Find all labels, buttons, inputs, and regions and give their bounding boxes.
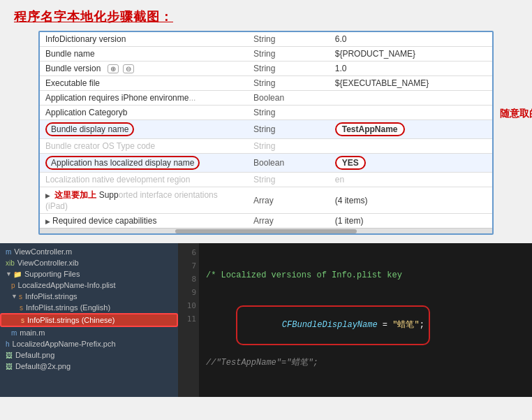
cell-key: Localization native development region [40,173,248,187]
line-num: 8 [178,273,199,286]
cell-key-localized: Application has localized display name [40,154,248,173]
cell-type: String [248,47,330,61]
cell-type: Array [248,187,330,214]
collapse-btn[interactable]: ⊖ [123,64,134,73]
file-tree-item-main-m[interactable]: m main.m [0,327,178,338]
file-tree-item-strings-chinese[interactable]: s InfoPlist.strings (Chinese) [0,313,178,327]
file-tree-item-infoplist-strings[interactable]: ▼ s InfoPlist.strings [0,291,178,302]
cell-key: Executable file [40,76,248,91]
yes-value: YES [335,156,366,170]
cell-value: ${PRODUCT_NAME} [330,47,492,61]
cell-value: 1.0 [330,61,492,76]
folder-expand-icon: ▼ [11,293,17,300]
cell-value: 6.0 [330,32,492,47]
table-row: InfoDictionary version String 6.0 [40,32,492,47]
file-icon-xib: xib [6,259,15,267]
scrollbar-thumb[interactable] [175,229,356,233]
cell-value: en [330,173,492,187]
file-icon-strings: s [19,293,22,300]
cell-value [330,139,492,154]
table-row-supported: 这里要加上 Supported interface orientations (… [40,187,492,214]
plist-section: InfoDictionary version String 6.0 Bundle… [38,31,494,235]
file-tree-item-strings-english[interactable]: s InfoPlist.strings (English) [0,302,178,313]
cell-key: Bundle name [40,47,248,61]
file-tree-item-supporting-files[interactable]: ▼ 📁 Supporting Files [0,268,178,280]
code-cfbundle-value: "蜡笔" [392,320,419,330]
file-tree-item-viewcontroller-m[interactable]: m ViewController.m [0,246,178,257]
cell-type: String [248,139,330,154]
expand-btn[interactable]: ⊕ [108,64,119,73]
file-label: Supporting Files [24,270,80,278]
cell-type: String [248,76,330,91]
cell-value [330,106,492,120]
cell-type: String [248,61,330,76]
file-label: main.m [20,328,45,337]
code-cfbundle-line: CFBundleDisplayName = "蜡笔"; [206,294,525,357]
annotation-add: 这里要加上 [54,190,96,200]
table-row: Bundle version ⊕ ⊖ String 1.0 [40,61,492,76]
file-icon-main: m [11,329,17,337]
file-label: ViewController.xib [17,259,79,267]
line-num: 6 [178,246,199,259]
cell-value [330,91,492,106]
cell-type: String [248,32,330,47]
cell-type: Boolean [248,154,330,173]
cell-value: ${EXECUTABLE_NAME} [330,76,492,91]
cell-key: Application Categoryb [40,106,248,120]
file-icon-plist: p [11,282,15,289]
annotation-random-name: 随意取的名字 [500,108,532,120]
line-num: 9 [178,286,199,299]
file-label: LocalizedAppName-Info.plist [18,281,116,289]
code-cfbundle-key: CFBundleDisplayName [282,320,378,330]
cell-key: Required device capabilities [40,214,248,229]
page-title: 程序名字本地化步骤截图： [14,10,173,24]
code-line [206,282,525,294]
file-icon-strings-en: s [20,304,23,312]
scrollbar[interactable] [40,228,492,233]
line-num: 7 [178,259,199,273]
bottom-section: m ViewController.m xib ViewController.xi… [0,243,532,397]
file-label: InfoPlist.strings (Chinese) [27,316,114,324]
cell-key-bundle-display: Bundle display name [40,120,248,139]
file-label: LocalizedAppName-Prefix.pch [13,340,116,348]
file-label: InfoPlist.strings [25,292,77,300]
cell-type: String [248,106,330,120]
cfbundle-oval: CFBundleDisplayName = "蜡笔"; [236,305,430,345]
code-semi: ; [420,320,424,330]
code-line [206,246,525,258]
file-icon-png2x: 🖼 [6,363,13,370]
table-row-bundle-display[interactable]: Bundle display name String TestAppName [40,120,492,139]
file-tree-item-prefix-pch[interactable]: h LocalizedAppName-Prefix.pch [0,338,178,349]
file-icon-m: m [6,248,11,256]
file-tree-item-default-png[interactable]: 🖼 Default.png [0,349,178,361]
cell-value: (4 items) [330,187,492,214]
title-area: 程序名字本地化步骤截图： [0,0,532,31]
code-comment-line: /* Localized versions of Info.plist key [206,270,525,282]
cell-key-supported: 这里要加上 Supported interface orientations (… [40,187,248,214]
table-row: Bundle name String ${PRODUCT_NAME} [40,47,492,61]
table-row: Localization native development region S… [40,173,492,187]
folder-expand-icon: ▼ [6,270,12,277]
cell-type: Boolean [248,91,330,106]
file-label: Default.png [15,351,54,359]
file-tree-item-viewcontroller-xib[interactable]: xib ViewController.xib [0,257,178,268]
line-numbers: 6 7 8 9 10 11 [178,243,199,397]
bundle-display-name-oval: Bundle display name [45,122,134,136]
cell-value: TestAppName [330,120,492,139]
code-comment-line2: //"TestAppName"="蜡笔"; [206,357,525,369]
file-icon-pch: h [6,340,10,348]
cell-value: YES [330,154,492,173]
file-tree-item-info-plist[interactable]: p LocalizedAppName-Info.plist [0,280,178,291]
table-row: Application requires iPhone environme...… [40,91,492,106]
code-area: /* Localized versions of Info.plist key … [199,243,532,397]
cell-key: Bundle creator OS Type code [40,139,248,154]
file-tree-item-default2x-png[interactable]: 🖼 Default@2x.png [0,361,178,372]
cell-type: String [248,173,330,187]
folder-icon: 📁 [13,270,22,278]
table-row: Bundle creator OS Type code String [40,139,492,154]
file-label: InfoPlist.strings (English) [26,303,110,312]
table-row-localized[interactable]: Application has localized display name B… [40,154,492,173]
cell-key: InfoDictionary version [40,32,248,47]
cell-key: Application requires iPhone environme... [40,91,248,106]
cell-type: Array [248,214,330,229]
